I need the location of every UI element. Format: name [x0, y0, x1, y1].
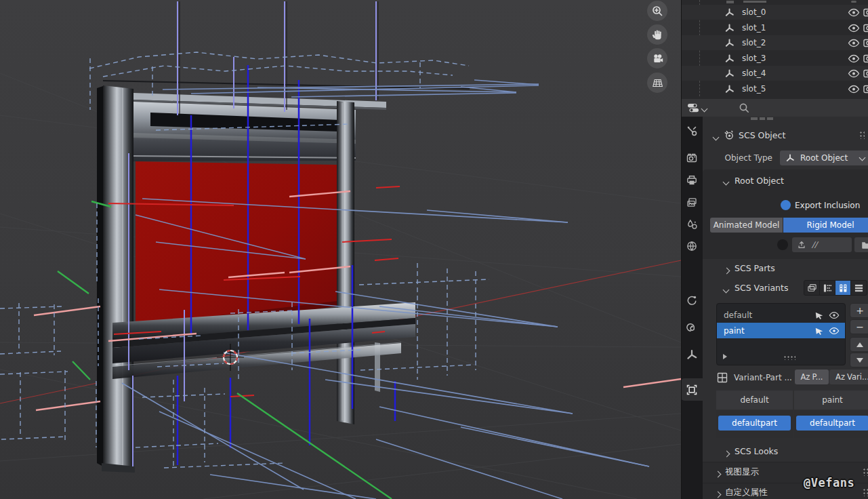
panel-grip-icon[interactable]	[859, 131, 865, 139]
custom-properties-panel-title[interactable]: 自定义属性	[725, 487, 768, 498]
view-mode-list-button[interactable]	[820, 281, 835, 295]
tool-icon	[686, 125, 698, 137]
variant-remove-button[interactable]: −	[850, 319, 868, 334]
scs-variants-collapse-chevron[interactable]	[724, 285, 728, 294]
hide-eye-icon[interactable]	[848, 8, 860, 17]
export-inclusion-label: Export Inclusion	[795, 201, 860, 210]
outliner-row-slot-3[interactable]: slot_3	[681, 51, 868, 66]
hide-eye-icon[interactable]	[848, 69, 860, 78]
search-icon[interactable]	[738, 102, 750, 114]
disable-render-camera-icon[interactable]	[863, 23, 868, 33]
hide-eye-icon[interactable]	[848, 24, 860, 33]
pointer-cursor-icon[interactable]	[814, 311, 825, 320]
variant-row-default[interactable]: default	[717, 307, 846, 323]
view-mode-stacked-button[interactable]	[804, 281, 820, 295]
disable-render-camera-icon[interactable]	[863, 7, 868, 17]
scs-object-panel-title[interactable]: SCS Object	[739, 130, 785, 140]
variant-row-paint[interactable]: paint	[717, 323, 846, 338]
list-resize-grip-icon[interactable]	[783, 355, 795, 360]
outliner-row-slot-0[interactable]: slot_0	[681, 5, 868, 20]
tab-physics[interactable]	[681, 290, 703, 311]
variant-add-button[interactable]: +	[850, 303, 868, 318]
tab-scene[interactable]	[681, 214, 703, 235]
root-object-collapse-chevron[interactable]	[724, 177, 728, 186]
variant-move-up-button[interactable]	[850, 337, 868, 352]
orthographic-gizmo-button[interactable]	[647, 73, 667, 93]
disable-render-camera-icon[interactable]	[863, 38, 868, 47]
blender-window: slot_0 slot_1 slot_2 slot_3	[0, 0, 868, 499]
panel-grip-icon[interactable]	[863, 468, 868, 476]
rigid-model-button[interactable]: Rigid Model	[783, 218, 868, 233]
eye-icon[interactable]	[829, 311, 840, 320]
compact-rows-icon	[854, 283, 864, 293]
export-inclusion-checkbox[interactable]	[781, 200, 791, 210]
view-mode-columns-button[interactable]	[835, 281, 851, 295]
tab-object[interactable]	[681, 378, 703, 401]
hide-eye-icon[interactable]	[848, 39, 860, 47]
scs-parts-title[interactable]: SCS Parts	[735, 263, 775, 273]
panel-grip-icon[interactable]	[863, 488, 868, 496]
outliner-item-label: slot_0	[742, 7, 766, 17]
3d-viewport[interactable]	[0, 0, 681, 499]
hide-eye-icon[interactable]	[848, 85, 860, 94]
part-button-label: defaultpart	[732, 418, 777, 428]
object-type-label: Object Type	[708, 153, 772, 163]
tab-object-duplicate-anchor	[681, 148, 703, 169]
output-icon	[686, 174, 698, 186]
disable-render-camera-icon[interactable]	[863, 84, 868, 94]
view-display-collapse-chevron[interactable]	[716, 469, 720, 479]
outliner-row-slot-5[interactable]: slot_5	[681, 81, 868, 96]
custom-properties-collapse-chevron[interactable]	[716, 490, 720, 499]
export-path-field[interactable]: //	[792, 237, 852, 252]
pan-gizmo-button[interactable]	[647, 24, 667, 45]
watermark: @Vefans	[804, 476, 854, 490]
eye-icon[interactable]	[829, 326, 840, 336]
disable-render-camera-icon[interactable]	[863, 68, 868, 78]
path-toggle-checkbox[interactable]	[777, 239, 788, 250]
outliner-item-label: slot_1	[742, 23, 766, 33]
sort-by-variant-button[interactable]: Az Vari...	[829, 370, 868, 384]
list-filter-expand-icon[interactable]	[723, 354, 727, 359]
root-object-subpanel-title[interactable]: Root Object	[735, 176, 784, 186]
scs-variants-title[interactable]: SCS Variants	[735, 283, 788, 293]
empty-axes-icon	[724, 68, 735, 79]
list-detail-icon	[823, 283, 833, 293]
empty-axes-icon	[724, 7, 735, 18]
tab-object-data[interactable]	[681, 344, 703, 365]
editor-type-chevron-icon[interactable]	[701, 106, 708, 113]
outliner-row-slot-2[interactable]: slot_2	[681, 35, 868, 50]
zoom-gizmo-button[interactable]	[647, 1, 667, 21]
outliner-row-slot-1[interactable]: slot_1	[681, 20, 868, 35]
variant-move-down-button[interactable]	[850, 353, 868, 367]
defaultpart-button-paint[interactable]: defaultpart	[796, 416, 868, 431]
properties-editor-icon[interactable]	[687, 102, 699, 114]
tab-constraints[interactable]	[681, 317, 703, 337]
outliner-row-slot-4[interactable]: slot_4	[681, 66, 868, 81]
remove-label: −	[856, 321, 864, 332]
editor-divider[interactable]	[681, 0, 682, 499]
tab-output[interactable]	[681, 170, 703, 191]
scs-looks-title[interactable]: SCS Looks	[735, 446, 778, 456]
tab-world[interactable]	[681, 236, 703, 256]
empty-axes-icon	[785, 153, 795, 163]
scs-looks-collapse-chevron[interactable]	[724, 449, 729, 458]
empty-axes-icon	[724, 38, 735, 48]
hide-eye-icon[interactable]	[848, 54, 860, 63]
upload-icon	[797, 240, 806, 250]
tab-tool[interactable]	[681, 121, 703, 141]
table-grid-icon	[716, 372, 728, 384]
pointer-cursor-icon[interactable]	[814, 326, 825, 336]
defaultpart-button-default[interactable]: defaultpart	[718, 416, 791, 431]
browse-folder-button[interactable]	[854, 237, 868, 252]
rigid-model-label: Rigid Model	[806, 220, 854, 230]
sort-by-part-button[interactable]: Az P...	[795, 370, 829, 384]
scs-object-collapse-chevron[interactable]	[714, 132, 718, 142]
animated-model-button[interactable]: Animated Model	[710, 218, 783, 233]
scs-parts-collapse-chevron[interactable]	[724, 266, 729, 275]
view-mode-compact-button[interactable]	[851, 281, 867, 295]
object-type-dropdown[interactable]: Root Object	[780, 151, 868, 165]
camera-view-gizmo-button[interactable]	[647, 48, 667, 68]
view-display-panel-title[interactable]: 视图显示	[725, 466, 759, 478]
disable-render-camera-icon[interactable]	[863, 54, 868, 63]
tab-view-layer[interactable]	[681, 193, 703, 213]
